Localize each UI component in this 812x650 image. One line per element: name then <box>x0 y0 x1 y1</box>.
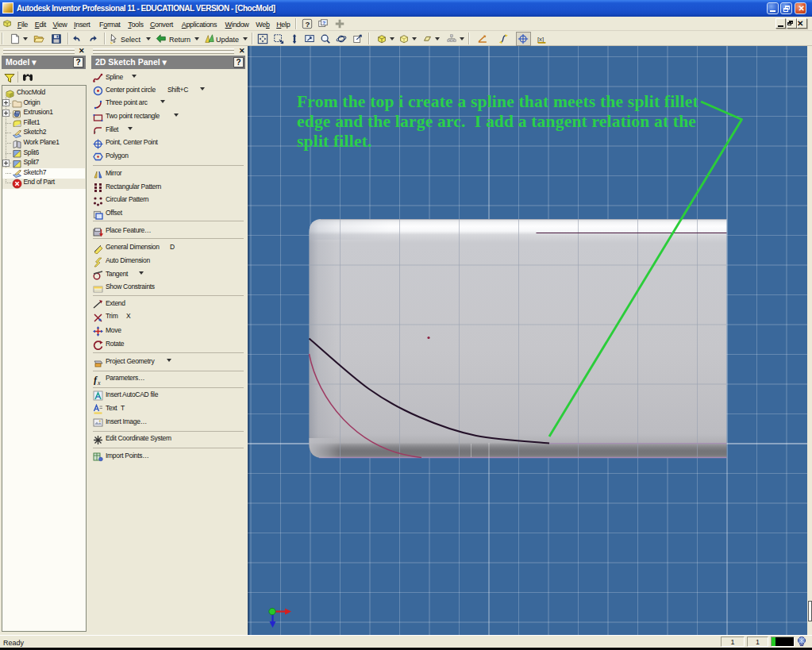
svg-text:[x]: [x] <box>537 36 544 43</box>
svg-text:?: ? <box>322 20 325 25</box>
svg-text:x: x <box>97 379 101 385</box>
svg-text:split fillet.: split fillet. <box>297 132 372 151</box>
svg-text:?: ? <box>305 20 310 29</box>
svg-text:From the top i create a spline: From the top i create a spline that meet… <box>297 92 698 111</box>
svg-text:edge and the large arc. I add: edge and the large arc. I add a tangent … <box>297 112 696 131</box>
